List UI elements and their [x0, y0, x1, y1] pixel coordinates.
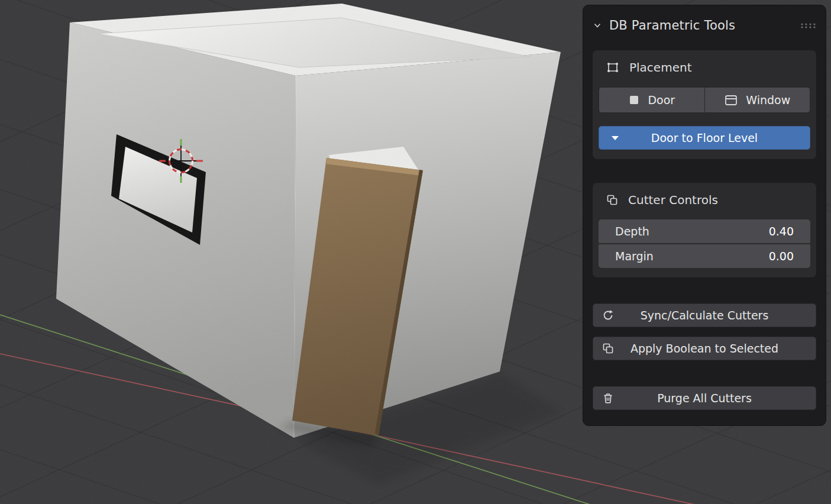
- door-to-floor-label: Door to Floor Level: [599, 131, 810, 144]
- panel-title: DB Parametric Tools: [609, 18, 735, 33]
- margin-value: 0.00: [769, 250, 794, 263]
- door-toggle-button[interactable]: Door: [599, 88, 704, 112]
- cutter-controls-section: Cutter Controls Depth 0.40 Margin 0.00: [593, 183, 816, 277]
- door-toggle-label: Door: [648, 93, 675, 106]
- boolean-squares-icon: [606, 193, 619, 206]
- trash-icon: [602, 392, 615, 405]
- cutter-section-label: Cutter Controls: [628, 193, 718, 207]
- placement-type-toggle: Door Window: [599, 87, 810, 113]
- refresh-icon: [602, 309, 615, 322]
- window-toggle-label: Window: [746, 93, 790, 106]
- purge-cutters-label: Purge All Cutters: [593, 392, 816, 405]
- placement-section-label: Placement: [629, 60, 691, 75]
- parametric-tools-panel: DB Parametric Tools: [583, 5, 826, 426]
- dropdown-triangle-icon: [611, 135, 619, 141]
- sync-calculate-label: Sync/Calculate Cutters: [593, 309, 816, 322]
- door-to-floor-button[interactable]: Door to Floor Level: [599, 126, 810, 150]
- boolean-squares-icon: [602, 342, 615, 355]
- window-icon: [724, 93, 738, 106]
- cutter-section-header[interactable]: Cutter Controls: [599, 191, 810, 209]
- cutter-sliders: Depth 0.40 Margin 0.00: [599, 219, 810, 268]
- depth-slider[interactable]: Depth 0.40: [599, 219, 810, 243]
- depth-label: Depth: [615, 225, 649, 238]
- chevron-down-icon[interactable]: [593, 21, 602, 30]
- placement-section-header[interactable]: Placement: [599, 59, 810, 76]
- placement-section: Placement Door Window: [593, 50, 816, 159]
- blender-window: DB Parametric Tools: [0, 0, 831, 504]
- depth-value: 0.40: [769, 225, 794, 238]
- margin-label: Margin: [615, 250, 654, 263]
- door-plane-icon: [628, 94, 640, 106]
- drag-grip-icon[interactable]: [800, 22, 816, 29]
- sync-calculate-button[interactable]: Sync/Calculate Cutters: [593, 303, 816, 327]
- window-toggle-button[interactable]: Window: [705, 88, 810, 112]
- placement-icon: [606, 60, 620, 75]
- apply-boolean-label: Apply Boolean to Selected: [593, 342, 816, 355]
- purge-cutters-button[interactable]: Purge All Cutters: [593, 386, 816, 410]
- apply-boolean-button[interactable]: Apply Boolean to Selected: [593, 337, 816, 360]
- margin-slider[interactable]: Margin 0.00: [599, 244, 810, 268]
- panel-header: DB Parametric Tools: [593, 14, 816, 37]
